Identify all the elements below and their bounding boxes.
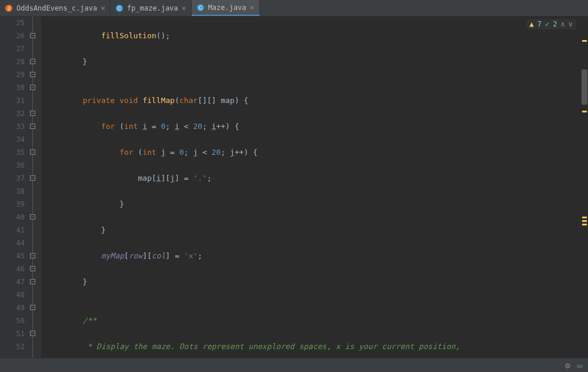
- line-number: 46: [0, 263, 25, 275]
- svg-text:C: C: [198, 5, 202, 11]
- line-number: 39: [0, 198, 25, 211]
- java-class-icon: C: [196, 4, 205, 12]
- tab-label: OddsAndEvens_c.java: [16, 4, 97, 12]
- line-number: 36: [0, 159, 25, 172]
- error-stripe[interactable]: [581, 16, 588, 358]
- line-number: 44: [0, 237, 25, 250]
- gear-icon[interactable]: ⚙: [565, 361, 570, 370]
- line-number: 32: [0, 107, 25, 120]
- close-icon[interactable]: ×: [250, 3, 255, 12]
- fold-marker[interactable]: −: [30, 279, 35, 284]
- fold-marker[interactable]: −: [30, 33, 35, 38]
- line-number: 26: [0, 29, 25, 42]
- line-number: 47: [0, 275, 25, 288]
- fold-marker[interactable]: −: [30, 253, 35, 258]
- fold-marker[interactable]: −: [30, 59, 35, 64]
- check-icon: ✔: [545, 20, 549, 28]
- check-count: 2: [553, 20, 557, 28]
- close-icon[interactable]: ×: [101, 4, 105, 12]
- line-number: 48: [0, 288, 25, 301]
- line-number: 41: [0, 224, 25, 237]
- line-number-gutter[interactable]: 25 26 27 28 29 30 31 32 33 34 35 36 37 3…: [0, 16, 31, 358]
- line-number: 31: [0, 94, 25, 107]
- tab-maze[interactable]: C Maze.java ×: [192, 0, 260, 16]
- tab-fp-maze[interactable]: C fp_maze.java ×: [111, 0, 192, 16]
- fold-marker[interactable]: −: [30, 85, 35, 90]
- line-number: 50: [0, 314, 25, 327]
- warning-count: 7: [537, 20, 542, 28]
- line-number: 34: [0, 133, 25, 146]
- tab-bar: J OddsAndEvens_c.java × C fp_maze.java ×…: [0, 0, 588, 16]
- fold-marker[interactable]: −: [30, 266, 35, 271]
- chevron-down-icon[interactable]: ∨: [569, 20, 573, 28]
- line-number: 52: [0, 340, 25, 353]
- tab-odds-and-evens[interactable]: J OddsAndEvens_c.java ×: [0, 0, 111, 16]
- svg-text:J: J: [8, 5, 11, 11]
- close-icon[interactable]: ×: [182, 4, 186, 12]
- warning-icon: ▲: [530, 20, 534, 28]
- chevron-up-icon[interactable]: ∧: [561, 20, 565, 28]
- build-icon[interactable]: ▭: [577, 361, 582, 370]
- line-number: 25: [0, 16, 25, 29]
- fold-marker[interactable]: −: [30, 72, 35, 77]
- warning-marker[interactable]: [582, 111, 587, 112]
- line-number: 51: [0, 327, 25, 340]
- fold-gutter[interactable]: − − − − − − − − − − − − − −: [31, 16, 41, 358]
- warning-marker[interactable]: [582, 40, 587, 42]
- java-class-icon: C: [115, 4, 123, 12]
- scrollbar-thumb[interactable]: [582, 69, 587, 105]
- warning-marker[interactable]: [582, 224, 587, 225]
- java-class-icon: J: [5, 4, 13, 12]
- line-number: 37: [0, 172, 25, 185]
- fold-marker[interactable]: −: [30, 214, 35, 220]
- line-number: 28: [0, 55, 25, 68]
- svg-text:C: C: [118, 5, 122, 11]
- fold-marker[interactable]: −: [30, 150, 35, 155]
- line-number: 40: [0, 211, 25, 224]
- line-number: 29: [0, 68, 25, 81]
- fold-marker[interactable]: −: [30, 305, 35, 310]
- code-editor[interactable]: fillSolution(); } private void fillMap(c…: [41, 16, 588, 358]
- tab-label: Maze.java: [208, 4, 246, 12]
- status-bar: ⚙ ▭: [0, 358, 588, 372]
- inspection-summary[interactable]: ▲7 ✔2 ∧ ∨: [526, 19, 576, 29]
- line-number: 45: [0, 250, 25, 263]
- warning-marker[interactable]: [582, 220, 587, 222]
- line-number: 35: [0, 146, 25, 159]
- fold-marker[interactable]: −: [30, 175, 35, 181]
- warning-marker[interactable]: [582, 217, 587, 218]
- line-number: 38: [0, 185, 25, 198]
- line-number: 27: [0, 42, 25, 55]
- line-number: 33: [0, 120, 25, 133]
- fold-marker[interactable]: −: [30, 331, 35, 336]
- line-number: 49: [0, 301, 25, 314]
- editor-area: 25 26 27 28 29 30 31 32 33 34 35 36 37 3…: [0, 16, 588, 358]
- fold-marker[interactable]: −: [30, 111, 35, 116]
- fold-marker[interactable]: −: [30, 124, 35, 129]
- tab-label: fp_maze.java: [127, 4, 178, 12]
- line-number: 30: [0, 81, 25, 94]
